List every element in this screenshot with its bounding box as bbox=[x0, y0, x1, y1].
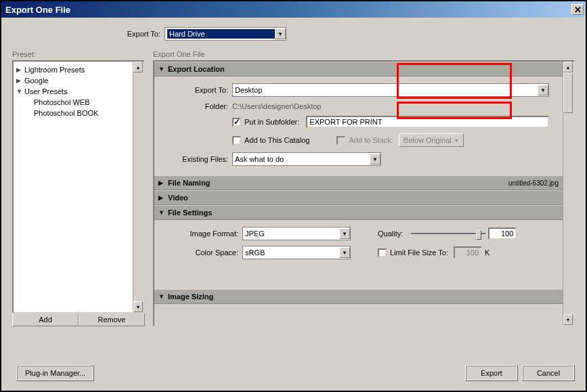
export-dialog: Export One File ✕ Export To: Hard Drive … bbox=[0, 0, 587, 392]
below-original-select: Below Original▼ bbox=[399, 133, 464, 147]
export-location-header[interactable]: ▼ Export Location bbox=[154, 62, 563, 77]
slider-thumb[interactable] bbox=[476, 230, 481, 240]
file-settings-header[interactable]: ▼ File Settings bbox=[154, 205, 563, 220]
right-column: Export One File ▼ Export Location Export… bbox=[153, 50, 575, 326]
chevron-down-icon[interactable]: ▼ bbox=[339, 247, 350, 258]
limit-unit: K bbox=[485, 248, 490, 257]
preset-label: Preset: bbox=[12, 50, 145, 58]
chevron-down-icon[interactable]: ▼ bbox=[370, 154, 381, 165]
preset-list: ▶Lightroom Presets ▶Google ▼User Presets… bbox=[12, 60, 145, 313]
quality-input[interactable] bbox=[488, 227, 517, 240]
export-location-body: Export To: Desktop ▼ Folder: C:\Users\de… bbox=[154, 77, 563, 175]
quality-label: Quality: bbox=[378, 230, 403, 238]
remove-preset-button[interactable]: Remove bbox=[79, 313, 145, 326]
triangle-right-icon: ▶ bbox=[16, 66, 24, 73]
chevron-down-icon[interactable]: ▼ bbox=[275, 28, 286, 39]
file-settings-body: Image Format: JPEG ▼ Quality: Color Spac… bbox=[154, 220, 563, 269]
title-text: Export One File bbox=[5, 5, 70, 15]
color-space-select[interactable]: sRGB ▼ bbox=[242, 246, 351, 259]
cancel-button[interactable]: Cancel bbox=[522, 365, 575, 381]
add-stack-checkbox bbox=[336, 136, 345, 145]
export-to-dest-select[interactable]: Desktop ▼ bbox=[232, 83, 549, 97]
chevron-down-icon: ▼ bbox=[454, 138, 459, 143]
quality-slider[interactable] bbox=[411, 233, 485, 234]
chevron-down-icon[interactable]: ▼ bbox=[339, 228, 350, 239]
export-to-row: Export To: Hard Drive ▼ bbox=[12, 27, 575, 41]
scroll-down-icon[interactable]: ▼ bbox=[563, 314, 573, 325]
subfolder-label: Put in Subfolder: bbox=[244, 118, 299, 126]
content-area: Export To: Hard Drive ▼ Preset: ▶Lightro… bbox=[1, 18, 586, 391]
add-catalog-checkbox[interactable] bbox=[232, 136, 241, 145]
section-label: Export One File bbox=[153, 50, 575, 58]
plugin-manager-button[interactable]: Plug-in Manager... bbox=[16, 365, 94, 381]
panel-area: ▼ Export Location Export To: Desktop ▼ bbox=[153, 60, 575, 326]
add-catalog-label: Add to This Catalog bbox=[244, 136, 309, 144]
subfolder-checkbox[interactable]: ✓ bbox=[232, 118, 241, 127]
triangle-down-icon: ▼ bbox=[158, 66, 168, 72]
triangle-down-icon: ▼ bbox=[158, 293, 168, 300]
export-to-select[interactable]: Hard Drive ▼ bbox=[165, 27, 286, 41]
triangle-down-icon: ▼ bbox=[16, 88, 24, 95]
triangle-right-icon: ▶ bbox=[158, 194, 168, 201]
add-stack-label: Add to Stack: bbox=[349, 136, 393, 144]
export-to-label: Export To: bbox=[12, 30, 165, 38]
image-format-select[interactable]: JPEG ▼ bbox=[242, 227, 351, 240]
left-column: Preset: ▶Lightroom Presets ▶Google ▼User… bbox=[12, 50, 145, 326]
existing-files-select[interactable]: Ask what to do ▼ bbox=[232, 152, 381, 166]
folder-path: C:\Users\designer\Desktop bbox=[232, 102, 321, 110]
color-space-label: Color Space: bbox=[168, 248, 242, 257]
scroll-thumb[interactable] bbox=[563, 72, 573, 113]
existing-files-label: Existing Files: bbox=[168, 155, 232, 163]
triangle-right-icon: ▶ bbox=[158, 179, 168, 186]
chevron-down-icon[interactable]: ▼ bbox=[538, 85, 548, 95]
preset-photoschool-book[interactable]: Photoschool BOOK bbox=[14, 108, 144, 118]
export-to-dest-label: Export To: bbox=[168, 86, 232, 94]
preset-google[interactable]: ▶Google bbox=[14, 75, 144, 86]
file-naming-hint: untitled-6302.jpg bbox=[508, 179, 559, 187]
triangle-right-icon: ▶ bbox=[16, 77, 24, 84]
image-sizing-header[interactable]: ▼ Image Sizing bbox=[154, 289, 563, 304]
preset-user[interactable]: ▼User Presets bbox=[14, 86, 144, 97]
close-button[interactable]: ✕ bbox=[571, 4, 584, 15]
bottom-buttons: Plug-in Manager... Export Cancel bbox=[12, 365, 575, 381]
scroll-up-icon[interactable]: ▲ bbox=[563, 62, 573, 72]
file-naming-header[interactable]: ▶ File Naming untitled-6302.jpg bbox=[154, 175, 563, 190]
triangle-down-icon: ▼ bbox=[158, 209, 168, 216]
preset-scrollbar[interactable]: ▲ ▼ bbox=[133, 62, 144, 312]
scroll-up-icon[interactable]: ▲ bbox=[133, 62, 143, 72]
scroll-down-icon[interactable]: ▼ bbox=[133, 301, 143, 312]
image-format-label: Image Format: bbox=[168, 230, 242, 238]
preset-lightroom[interactable]: ▶Lightroom Presets bbox=[14, 64, 144, 75]
preset-photoschool-web[interactable]: Photoschol WEB bbox=[14, 97, 144, 108]
add-preset-button[interactable]: Add bbox=[12, 313, 79, 326]
titlebar: Export One File ✕ bbox=[1, 1, 586, 18]
subfolder-input[interactable] bbox=[306, 116, 549, 128]
limit-size-input bbox=[454, 246, 482, 259]
export-button[interactable]: Export bbox=[465, 365, 518, 381]
folder-label: Folder: bbox=[168, 102, 232, 110]
limit-size-label: Limit File Size To: bbox=[390, 248, 448, 257]
export-to-value: Hard Drive bbox=[167, 29, 275, 39]
limit-size-checkbox[interactable] bbox=[378, 248, 387, 257]
video-header[interactable]: ▶ Video bbox=[154, 190, 563, 205]
panel-scrollbar[interactable]: ▲ ▼ bbox=[563, 62, 573, 325]
